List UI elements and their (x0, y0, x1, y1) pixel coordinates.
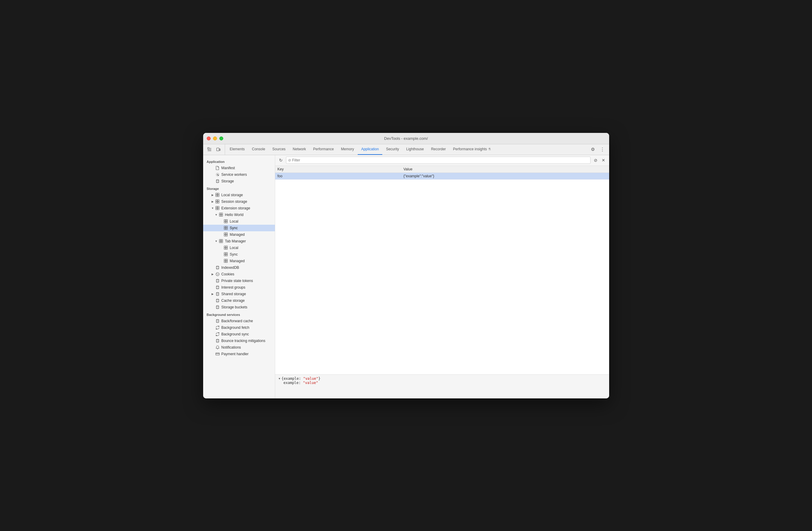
json-value-example: "value" (303, 381, 318, 385)
table-row[interactable]: foo {"example":"value"} (275, 173, 609, 179)
sidebar-item-tab-manager-local[interactable]: Local (203, 245, 275, 251)
sidebar-item-shared-storage[interactable]: ▶ Shared storage (203, 291, 275, 297)
svg-rect-6 (219, 149, 220, 151)
tab-memory[interactable]: Memory (337, 144, 358, 155)
sidebar-item-bounce-tracking[interactable]: Bounce tracking mitigations (203, 338, 275, 344)
svg-rect-42 (221, 241, 223, 243)
sidebar-item-cookies[interactable]: ▶ Cookies (203, 271, 275, 278)
tab-application[interactable]: Application (358, 144, 382, 155)
window-title: DevTools - example.com/ (384, 136, 428, 141)
svg-point-74 (216, 341, 219, 342)
sidebar-item-local-storage[interactable]: ▶ Local storage (203, 192, 275, 198)
collapsed-icon: ▶ (211, 272, 215, 277)
refresh-button[interactable]: ↻ (278, 157, 284, 163)
tab-manager-label: Tab Manager (225, 239, 246, 243)
svg-point-8 (218, 175, 219, 176)
inspect-icon[interactable] (205, 146, 213, 153)
sidebar: Application Manifest (203, 155, 275, 398)
filter-input-wrap: ⊘ (286, 157, 591, 164)
device-icon[interactable] (215, 146, 222, 153)
expand-none-icon (211, 352, 215, 356)
svg-point-10 (216, 182, 219, 183)
sidebar-item-interest-groups[interactable]: Interest groups (203, 284, 275, 291)
section-label-background-services: Background services (203, 310, 275, 318)
sidebar-item-backforward-cache[interactable]: Back/forward cache (203, 318, 275, 324)
sidebar-item-payment-handler[interactable]: Payment handler (203, 351, 275, 357)
sidebar-item-tab-manager-managed[interactable]: Managed (203, 258, 275, 264)
svg-rect-35 (224, 233, 226, 234)
svg-rect-13 (216, 195, 217, 196)
sidebar-item-storage[interactable]: Storage (203, 178, 275, 185)
sidebar-item-session-storage[interactable]: ▶ Session storage (203, 198, 275, 205)
minimize-button[interactable] (213, 136, 217, 141)
sidebar-item-extension-storage[interactable]: ▼ Extension storage (203, 205, 275, 211)
svg-point-58 (217, 273, 217, 274)
sidebar-item-background-sync[interactable]: Background sync (203, 331, 275, 338)
filter-input[interactable] (292, 158, 589, 162)
sidebar-item-private-state-tokens[interactable]: Private state tokens (203, 278, 275, 284)
cylinder-icon (215, 265, 220, 270)
sidebar-item-manifest[interactable]: Manifest (203, 165, 275, 171)
svg-rect-0 (208, 148, 209, 149)
sidebar-item-hello-world-sync[interactable]: Sync (203, 225, 275, 231)
sidebar-item-hello-world-managed[interactable]: Managed (203, 231, 275, 238)
tab-network[interactable]: Network (289, 144, 310, 155)
expand-none-icon (219, 232, 223, 237)
tab-performance[interactable]: Performance (310, 144, 337, 155)
json-triangle-expanded: ▼ (279, 377, 280, 380)
svg-rect-5 (217, 148, 219, 151)
settings-icon[interactable]: ⚙ (589, 145, 597, 153)
json-root: {example: "value"} (281, 377, 320, 381)
column-header-value: Value (401, 166, 609, 173)
tab-performance-insights[interactable]: Performance insights ⚗ (450, 144, 494, 155)
svg-rect-39 (219, 239, 221, 241)
traffic-lights (207, 136, 223, 141)
grid-icon (215, 193, 220, 197)
sidebar-item-service-workers[interactable]: Service workers (203, 171, 275, 178)
tab-console[interactable]: Console (248, 144, 269, 155)
sidebar-item-hello-world[interactable]: ▼ Hello World (203, 211, 275, 218)
tab-security[interactable]: Security (382, 144, 402, 155)
svg-rect-41 (219, 241, 221, 243)
expand-none-icon (211, 325, 215, 330)
close-filter-button[interactable]: ✕ (600, 157, 607, 163)
tab-recorder[interactable]: Recorder (427, 144, 449, 155)
expanded-icon: ▼ (214, 239, 219, 244)
svg-rect-20 (218, 206, 219, 208)
cylinder-icon (215, 298, 220, 303)
close-button[interactable] (207, 136, 211, 141)
table-cell-value: {"example":"value"} (401, 173, 609, 179)
sidebar-item-background-fetch[interactable]: Background fetch (203, 324, 275, 331)
svg-rect-11 (216, 193, 217, 195)
svg-point-69 (216, 305, 219, 306)
maximize-button[interactable] (219, 136, 223, 141)
sidebar-item-indexeddb[interactable]: IndexedDB (203, 264, 275, 271)
sidebar-item-notifications[interactable]: Notifications (203, 344, 275, 351)
collapsed-icon: ▶ (211, 199, 215, 204)
json-key-example: example: (284, 381, 303, 385)
section-label-storage: Storage (203, 185, 275, 192)
indexeddb-label: IndexedDB (221, 265, 239, 270)
svg-rect-23 (219, 213, 221, 215)
hello-world-label: Hello World (225, 213, 244, 217)
gear-icon (215, 172, 220, 177)
tab-elements[interactable]: Elements (226, 144, 248, 155)
hello-world-local-label: Local (230, 219, 238, 223)
tab-sources[interactable]: Sources (269, 144, 289, 155)
local-storage-label: Local storage (221, 193, 243, 197)
private-state-tokens-label: Private state tokens (221, 279, 253, 283)
svg-rect-54 (226, 261, 228, 263)
sidebar-item-tab-manager-sync[interactable]: Sync (203, 251, 275, 258)
sidebar-item-hello-world-local[interactable]: Local (203, 218, 275, 225)
more-options-icon[interactable]: ⋮ (598, 145, 607, 153)
sidebar-item-tab-manager[interactable]: ▼ Tab Manager (203, 238, 275, 245)
svg-rect-27 (224, 220, 226, 221)
svg-rect-22 (218, 208, 219, 210)
tab-lighthouse[interactable]: Lighthouse (403, 144, 427, 155)
cookie-icon (215, 272, 220, 277)
clear-filter-button[interactable]: ⊘ (592, 157, 599, 163)
svg-rect-15 (216, 200, 217, 201)
sidebar-item-storage-buckets[interactable]: Storage buckets (203, 304, 275, 310)
sidebar-item-cache-storage[interactable]: Cache storage (203, 297, 275, 304)
tab-manager-managed-label: Managed (230, 259, 245, 263)
